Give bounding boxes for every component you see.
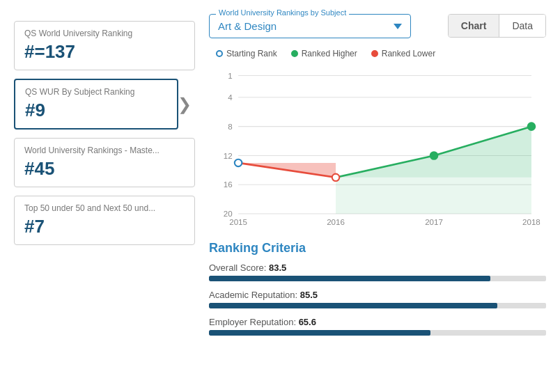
criteria-item-0: Overall Score: 83.5 bbox=[209, 262, 546, 281]
svg-text:16: 16 bbox=[224, 180, 233, 189]
ranking-card-0: QS World University Ranking #=137 bbox=[14, 21, 195, 70]
left-panel: QS World University Ranking #=137 QS WUR… bbox=[14, 14, 195, 378]
criteria-score-2: 65.6 bbox=[299, 317, 316, 327]
criteria-name-2: Employer Reputation: bbox=[209, 317, 299, 327]
legend-dot-blue bbox=[216, 50, 223, 57]
data-button[interactable]: Data bbox=[499, 15, 545, 37]
subject-dropdown-wrapper: World University Rankings by Subject Art… bbox=[209, 14, 411, 38]
svg-point-24 bbox=[235, 159, 242, 166]
svg-text:2018: 2018 bbox=[522, 218, 540, 226]
criteria-bar-track-1 bbox=[209, 303, 546, 308]
legend-ranked-higher: Ranked Higher bbox=[291, 49, 357, 58]
svg-text:2015: 2015 bbox=[229, 218, 247, 226]
ranking-card-1: QS WUR By Subject Ranking #9 bbox=[14, 79, 178, 130]
svg-text:12: 12 bbox=[224, 152, 233, 160]
chart-svg: 1 4 8 12 16 20 2015 2016 2017 2018 bbox=[209, 68, 546, 228]
legend-label-lower: Ranked Lower bbox=[382, 49, 435, 58]
svg-text:2017: 2017 bbox=[425, 218, 443, 226]
criteria-bar-fill-0 bbox=[209, 276, 490, 281]
svg-text:2016: 2016 bbox=[327, 218, 345, 226]
chevron-right-icon[interactable]: ❯ bbox=[174, 95, 195, 114]
card-value-0: #=137 bbox=[24, 41, 185, 63]
svg-text:1: 1 bbox=[228, 72, 232, 80]
legend-ranked-lower: Ranked Lower bbox=[371, 49, 435, 58]
card-label-2: World University Rankings - Maste... bbox=[24, 146, 185, 155]
svg-text:20: 20 bbox=[224, 210, 233, 218]
svg-text:8: 8 bbox=[228, 123, 232, 131]
legend-starting-rank: Starting Rank bbox=[216, 49, 277, 58]
chart-legend: Starting Rank Ranked Higher Ranked Lower bbox=[216, 49, 546, 58]
legend-dot-green bbox=[291, 50, 298, 57]
criteria-name-1: Academic Reputation: bbox=[209, 290, 300, 300]
subject-dropdown[interactable]: Art & Design bbox=[209, 14, 411, 38]
criteria-bar-fill-1 bbox=[209, 303, 497, 308]
criteria-bar-track-2 bbox=[209, 330, 546, 336]
legend-label-starting: Starting Rank bbox=[226, 49, 277, 58]
criteria-label-1: Academic Reputation: 85.5 bbox=[209, 290, 546, 300]
legend-dot-red bbox=[371, 50, 378, 57]
right-panel: World University Rankings by Subject Art… bbox=[209, 14, 546, 378]
svg-point-27 bbox=[528, 123, 536, 130]
criteria-bar-track-0 bbox=[209, 276, 546, 281]
chart-button[interactable]: Chart bbox=[449, 15, 500, 37]
ranking-card-2: World University Rankings - Maste... #45 bbox=[14, 138, 195, 187]
criteria-label-0: Overall Score: 83.5 bbox=[209, 262, 546, 273]
svg-point-25 bbox=[332, 174, 340, 181]
dropdown-label: World University Rankings by Subject bbox=[216, 8, 349, 17]
ranking-chart: 1 4 8 12 16 20 2015 2016 2017 2018 bbox=[209, 68, 546, 228]
criteria-item-2: Employer Reputation: 65.6 bbox=[209, 317, 546, 336]
svg-text:4: 4 bbox=[228, 93, 233, 102]
criteria-item-1: Academic Reputation: 85.5 bbox=[209, 290, 546, 308]
chart-data-btn-group: Chart Data bbox=[448, 14, 546, 38]
card-value-2: #45 bbox=[24, 158, 185, 180]
ranking-criteria-title: Ranking Criteria bbox=[209, 241, 546, 256]
criteria-label-2: Employer Reputation: 65.6 bbox=[209, 317, 546, 327]
card-label-1: QS WUR By Subject Ranking bbox=[25, 87, 167, 97]
ranking-card-3: Top 50 under 50 and Next 50 und... #7 bbox=[14, 196, 195, 245]
criteria-score-1: 85.5 bbox=[300, 290, 318, 300]
top-row: World University Rankings by Subject Art… bbox=[209, 14, 546, 38]
card-value-1: #9 bbox=[25, 100, 167, 121]
card-label-3: Top 50 under 50 and Next 50 und... bbox=[24, 203, 185, 213]
ranking-criteria-section: Ranking Criteria Overall Score: 83.5 Aca… bbox=[209, 241, 546, 344]
card-label-0: QS World University Ranking bbox=[24, 29, 185, 38]
criteria-bar-fill-2 bbox=[209, 330, 430, 336]
card-value-3: #7 bbox=[24, 216, 185, 237]
svg-point-26 bbox=[430, 152, 438, 159]
criteria-score-0: 83.5 bbox=[269, 262, 286, 273]
legend-label-higher: Ranked Higher bbox=[302, 49, 357, 58]
criteria-name-0: Overall Score: bbox=[209, 262, 269, 273]
